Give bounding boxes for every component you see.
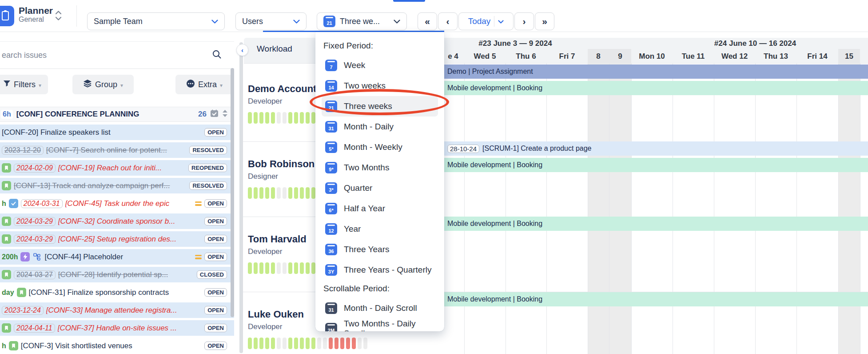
calendar-icon: 31 (325, 121, 337, 133)
workload-bar (248, 112, 252, 124)
task-row[interactable]: 2024-02-09 [CONF-19] Reach out for initi… (0, 160, 234, 176)
today-button[interactable]: Today (458, 12, 514, 30)
period-option[interactable]: 21 Three weeks (322, 96, 438, 117)
workload-bar (254, 338, 258, 349)
period-select[interactable]: 21 Three we... (317, 12, 407, 30)
period-option[interactable]: 5* Month - Weekly (322, 137, 438, 157)
workload-bar (323, 338, 327, 349)
timeline-nav-group: « ‹ Today › » (418, 12, 554, 30)
epic-header-row[interactable]: 6h [CONF] CONFERENCE PLANNING 26 (0, 107, 234, 122)
status-badge: OPEN (204, 288, 227, 297)
period-option[interactable]: 12 Year (322, 219, 438, 239)
scrollable-period-options: 31 Month - Daily Scroll 2M Two Months - … (322, 298, 438, 331)
extra-button[interactable]: Extra ▾ (175, 75, 233, 94)
period-option[interactable]: 7 Week (322, 55, 438, 76)
period-option-label: Year (344, 224, 361, 234)
bar-label: Mobile development | Booking (447, 295, 542, 303)
timeline-bar-booking[interactable]: Mobile development | Booking (444, 217, 868, 231)
period-option-label: Half a Year (344, 204, 385, 213)
timeline-bar-booking[interactable]: Mobile development | Booking (444, 81, 868, 95)
task-row[interactable]: [CONF-20] Finalize speakers list OPEN (0, 125, 234, 140)
task-row[interactable]: 2023-12-20 [CONF-7] Search online for po… (0, 142, 234, 158)
task-row[interactable]: [CONF-13] Track and analyze campaign per… (0, 178, 234, 193)
day-header: 16 (860, 49, 868, 64)
sort-icon[interactable] (222, 109, 228, 119)
period-option-label: Month - Daily Scroll (344, 303, 417, 313)
fixed-period-label: Fixed Period: (322, 37, 438, 55)
period-option[interactable]: 14 Two weeks (322, 76, 438, 96)
task-row[interactable]: 2024-04-11 [CONF-37] Handle on-site issu… (0, 320, 234, 336)
story-bookmark-icon (2, 181, 11, 190)
day-header: Fri 7 (546, 49, 588, 64)
grid-line (860, 64, 860, 354)
timeline-bar-scrum-task[interactable]: 28-10-24 [SCRUM-1] Create a product page (444, 141, 868, 156)
dashboard-switcher-icon[interactable] (55, 10, 62, 23)
task-title: [CONF-3] Visit shortlisted venues (21, 342, 132, 350)
timeline-bar-booking[interactable]: Mobile development | Booking (444, 158, 868, 172)
task-row[interactable]: 2023-12-24 [CONF-33] Manage attendee reg… (0, 302, 234, 318)
status-badge: OPEN (204, 324, 227, 332)
period-option[interactable]: 36 Three Years (322, 239, 438, 260)
bar-label: Mobile development | Booking (447, 220, 542, 228)
filters-label: Filters (14, 80, 36, 89)
team-select[interactable]: Sample Team (87, 12, 225, 30)
workload-panel-title: Workload (257, 44, 292, 54)
chevron-down-icon[interactable] (498, 16, 504, 26)
workload-bar (254, 187, 258, 199)
collapse-sidebar-button[interactable]: ‹ (236, 44, 248, 56)
nav-next-button[interactable]: › (514, 12, 534, 30)
workload-bar (317, 338, 321, 349)
period-option[interactable]: 3* Quarter (322, 178, 438, 198)
period-option[interactable]: 2M Two Months - Daily Scroll (322, 318, 438, 331)
planner-logo-icon[interactable] (0, 6, 14, 26)
nav-first-button[interactable]: « (418, 12, 437, 30)
task-row[interactable]: 2024-03-27 [CONF-28] Identify potential … (0, 267, 234, 282)
due-date-chip: 28-10-24 (447, 145, 479, 153)
period-option[interactable]: 31 Month - Daily Scroll (322, 298, 438, 318)
period-option-label: Three Years - Quarterly (344, 265, 431, 275)
timeline-bar-booking[interactable]: Mobile development | Booking (444, 292, 868, 306)
bar-label: Demo | Project Assignment (447, 68, 533, 76)
bar-label: [SCRUM-1] Create a product page (482, 145, 591, 153)
workload-bar (248, 338, 252, 349)
workload-bar (248, 187, 252, 199)
search-icon[interactable] (212, 49, 222, 61)
extra-label: Extra (198, 80, 217, 89)
period-option[interactable]: 6* Half a Year (322, 198, 438, 219)
task-title: [CONF-20] Finalize speakers list (2, 128, 111, 137)
task-row[interactable]: h 2024-03-31 [CONF-45] Task under the ep… (0, 196, 234, 211)
period-dropdown-menu: Fixed Period: 7 Week 14 Two weeks 21 Thr… (315, 32, 444, 331)
workload-bar (329, 338, 333, 349)
day-header: Thu 13 (755, 49, 796, 64)
period-option[interactable]: 9* Two Months (322, 157, 438, 178)
workload-bar (300, 187, 304, 199)
task-row[interactable]: 200h [CONF-44] Placeholder OPEN (0, 249, 234, 265)
workload-bar (334, 338, 338, 349)
task-row[interactable]: day [CONF-31] Finalize sponsorship contr… (0, 285, 234, 300)
task-title: [CONF-33] Manage attendee registra... (46, 306, 177, 315)
users-select[interactable]: Users (235, 12, 307, 30)
filters-button[interactable]: Filters ▾ (0, 75, 48, 94)
period-option[interactable]: 3Y Three Years - Quarterly (322, 260, 438, 280)
group-button[interactable]: Group ▾ (72, 75, 134, 94)
task-row[interactable]: h [CONF-3] Visit shortlisted venues OPEN (0, 338, 234, 354)
workload-bar (277, 338, 281, 349)
workload-bar (311, 262, 315, 274)
workload-bar (311, 338, 315, 349)
today-label: Today (468, 16, 491, 26)
status-badge: OPEN (204, 342, 227, 350)
search-issues-row[interactable]: earch issues (0, 41, 234, 69)
day-header: e 4 (442, 49, 464, 64)
nav-prev-button[interactable]: ‹ (438, 12, 458, 30)
search-input[interactable]: earch issues (2, 51, 212, 60)
workload-scrollbar[interactable] (239, 42, 243, 353)
week-header-23: #23 June 3 — 9 2024 (453, 38, 577, 49)
sidebar-scrollbar[interactable] (231, 68, 234, 317)
period-option[interactable]: 31 Month - Daily (322, 117, 438, 137)
nav-last-button[interactable]: » (535, 12, 554, 30)
task-row[interactable]: 2024-03-29 [CONF-32] Coordinate sponsor … (0, 213, 234, 229)
task-row[interactable]: 2024-03-29 [CONF-25] Setup registration … (0, 231, 234, 247)
ellipsis-circle-icon (186, 79, 195, 90)
workload-bar (311, 112, 315, 124)
timeline-bar-project-assignment[interactable]: Demo | Project Assignment (444, 64, 868, 79)
